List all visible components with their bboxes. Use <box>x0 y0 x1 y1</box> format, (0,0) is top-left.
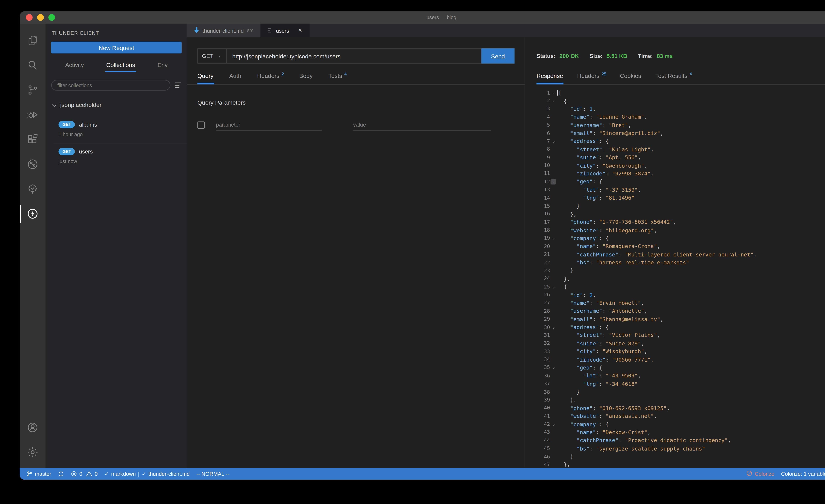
code-text: "city": "Gwenborough", <box>557 162 647 168</box>
response-pane: Status: 200 OK Size: 5.51 KB Time: 83 ms… <box>525 37 825 468</box>
line-number: 38 <box>536 389 550 394</box>
code-line: 20 "name": "Romaguera-Crona", <box>536 242 825 250</box>
screen: users — blog <box>0 0 825 504</box>
tab-tests[interactable]: Tests 4 <box>328 71 347 84</box>
line-number: 21 <box>536 251 550 257</box>
menu-icon[interactable] <box>174 80 182 90</box>
fold-toggle-icon[interactable]: ⌄ <box>550 179 556 184</box>
sync-icon[interactable] <box>58 471 64 477</box>
activity-bar <box>20 23 46 468</box>
vscode-window: users — blog <box>20 11 825 480</box>
fold-toggle-icon[interactable]: ⌄ <box>550 284 557 289</box>
tab-cookies[interactable]: Cookies <box>620 71 642 84</box>
code-line: 28 "username": "Antonette", <box>536 307 825 315</box>
collection-jsonplaceholder[interactable]: jsonplaceholder <box>46 91 186 110</box>
testing-icon[interactable] <box>20 176 46 201</box>
code-line: 42⌄ "company": { <box>536 420 825 428</box>
url-input[interactable] <box>227 53 481 59</box>
code-text: "email": "Shanna@melissa.tv", <box>557 316 663 322</box>
tab-body[interactable]: Body <box>299 71 313 84</box>
zoom-window-button[interactable] <box>48 14 55 21</box>
line-number: 1 <box>536 90 550 95</box>
filter-collections-input[interactable] <box>51 80 170 91</box>
line-number: 28 <box>536 308 550 314</box>
extensions-icon[interactable] <box>20 127 46 152</box>
code-text: "bs": "synergize scalable supply-chains" <box>557 445 705 451</box>
tab-response[interactable]: Response <box>536 71 564 84</box>
code-line: 13 "lat": "-37.3159", <box>536 186 825 194</box>
lint-status-item[interactable]: ✓ markdown | ✓ thunder-client.md <box>104 471 190 477</box>
tab-test-results[interactable]: Test Results 4 <box>655 71 692 84</box>
colorize-disabled-item[interactable]: Colorize <box>746 470 774 478</box>
run-debug-icon[interactable] <box>20 102 46 127</box>
fold-toggle-icon[interactable]: ⌄ <box>550 365 557 370</box>
code-text: "name": "Romaguera-Crona", <box>557 243 660 249</box>
code-text: "city": "Wisokyburgh", <box>557 348 647 354</box>
code-text: "catchPhrase": "Multi-layered client-ser… <box>557 251 757 257</box>
tab-users[interactable]: users ✕ <box>261 23 310 37</box>
code-line: 9 "suite": "Apt. 556", <box>536 153 825 161</box>
line-number: 27 <box>536 300 550 306</box>
code-text: "lat": "-43.9509", <box>557 372 641 378</box>
tab-activity[interactable]: Activity <box>64 58 85 72</box>
git-branch-item[interactable]: master <box>26 471 51 477</box>
size-value: 5.51 KB <box>607 53 627 59</box>
fold-toggle-icon[interactable]: ⌄ <box>550 235 557 241</box>
tab-headers[interactable]: Headers 2 <box>257 71 284 84</box>
separator: | <box>138 471 139 477</box>
tab-auth[interactable]: Auth <box>229 71 242 84</box>
code-text: "id": 1, <box>557 106 596 112</box>
title-bar: users — blog <box>20 11 825 23</box>
search-icon[interactable] <box>20 53 46 78</box>
code-line: 44 "catchPhrase": "Proactive didactic co… <box>536 436 825 444</box>
account-icon[interactable] <box>20 415 46 440</box>
fold-toggle-icon[interactable]: ⌄ <box>550 90 557 95</box>
problems-item[interactable]: 0 0 <box>71 471 98 477</box>
line-number: 9 <box>536 154 550 160</box>
method-dropdown[interactable]: GET ⌄ <box>197 48 227 64</box>
settings-gear-icon[interactable] <box>20 440 46 464</box>
source-control-icon[interactable] <box>20 78 46 102</box>
time-value: 83 ms <box>657 53 673 59</box>
tab-collections[interactable]: Collections <box>105 58 136 72</box>
value-input[interactable] <box>353 119 491 130</box>
thunder-client-icon[interactable] <box>20 201 46 226</box>
request-time: 1 hour ago <box>58 132 186 137</box>
list-item-users[interactable]: GET users just now <box>46 143 186 169</box>
fold-toggle-icon[interactable]: ⌄ <box>550 138 557 144</box>
minimize-window-button[interactable] <box>37 14 44 21</box>
close-window-button[interactable] <box>26 14 33 21</box>
parameter-input[interactable] <box>216 119 322 130</box>
colorize-variables-item[interactable]: Colorize: 1 variables <box>781 471 825 477</box>
tab-resp-headers[interactable]: Headers 25 <box>577 71 606 84</box>
line-number: 44 <box>536 437 550 443</box>
tab-env[interactable]: Env <box>156 58 169 72</box>
fold-toggle-icon[interactable]: ⌄ <box>550 98 557 103</box>
new-request-button[interactable]: New Request <box>51 42 182 54</box>
line-number: 13 <box>536 187 550 193</box>
param-checkbox[interactable] <box>197 121 205 128</box>
line-number: 20 <box>536 243 550 249</box>
code-text: [ <box>557 89 561 96</box>
line-number: 33 <box>536 349 550 354</box>
close-icon[interactable]: ✕ <box>298 27 302 33</box>
code-text: "zipcode": "92998-3874", <box>557 170 654 176</box>
remote-circle-icon[interactable] <box>20 152 46 176</box>
list-item-albums[interactable]: GET albums 1 hour ago <box>46 116 186 142</box>
tab-query[interactable]: Query <box>197 71 214 84</box>
status-label: Status: <box>536 53 555 59</box>
tab-thunder-client-md[interactable]: thunder-client.md src <box>187 23 261 37</box>
code-line: 31 "street": "Victor Plains", <box>536 331 825 339</box>
code-line: 11 "zipcode": "92998-3874", <box>536 169 825 177</box>
code-line: 25⌄ { <box>536 283 825 291</box>
git-branch-icon <box>26 471 32 477</box>
code-line: 36 "lat": "-43.9509", <box>536 372 825 380</box>
explorer-icon[interactable] <box>20 28 46 53</box>
fold-toggle-icon[interactable]: ⌄ <box>550 421 557 427</box>
send-button[interactable]: Send <box>481 48 515 64</box>
code-text: "lng": "81.1496" <box>557 195 634 201</box>
code-text: "suite": "Suite 879", <box>557 340 644 346</box>
code-text: "id": 2, <box>557 292 596 298</box>
fold-toggle-icon[interactable]: ⌄ <box>550 324 557 330</box>
collection-name: jsonplaceholder <box>60 101 102 108</box>
